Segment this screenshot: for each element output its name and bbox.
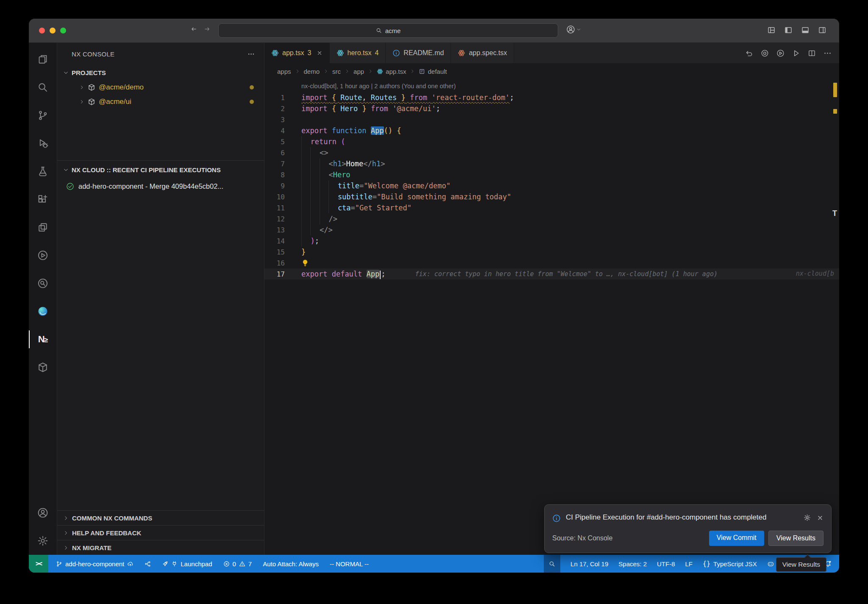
activity-run-debug[interactable] <box>29 129 57 157</box>
activity-source-control[interactable] <box>29 101 57 129</box>
code-line-2: 2 import { Hero } from '@acme/ui'; <box>264 103 839 114</box>
lightbulb-icon <box>301 259 309 267</box>
notification-message: CI Pipeline Execution for #add-hero-comp… <box>566 512 798 523</box>
split-editor-button[interactable] <box>808 49 816 57</box>
view-results-tooltip: View Results <box>776 557 826 572</box>
minimize-window-button[interactable] <box>50 28 56 34</box>
close-icon[interactable] <box>317 50 323 56</box>
close-window-button[interactable] <box>39 28 45 34</box>
tab-hero-tsx[interactable]: hero.tsx 4 <box>330 43 386 63</box>
check-circle-icon <box>66 182 74 190</box>
view-results-button[interactable]: View Results <box>768 531 823 546</box>
react-icon <box>377 68 383 75</box>
auto-attach-status[interactable]: Auto Attach: Always <box>263 560 319 568</box>
language-mode-status[interactable]: {} TypeScript JSX <box>703 560 757 568</box>
launchpad-status[interactable]: Launchpad <box>162 560 212 568</box>
search-icon <box>376 28 382 34</box>
activity-code-inspect[interactable] <box>29 269 57 297</box>
activity-explorer[interactable] <box>29 45 57 73</box>
more-actions-icon[interactable] <box>248 50 255 58</box>
code-editor[interactable]: nx-cloud[bot], 1 hour ago | 2 authors (Y… <box>264 79 839 555</box>
section-header-help-and-feedback[interactable]: HELP AND FEEDBACK <box>57 525 264 540</box>
breadcrumb-item-app[interactable]: app <box>353 68 364 75</box>
section-header-nx-migrate[interactable]: NX MIGRATE <box>57 540 264 555</box>
tab-app-spec-tsx[interactable]: app.spec.tsx <box>451 43 514 63</box>
toggle-panel-icon <box>801 26 810 34</box>
code-line-10: 10 subtitle="Build something amazing tod… <box>264 191 839 202</box>
activity-edge-tools[interactable] <box>29 297 57 325</box>
rocket-icon <box>162 561 168 567</box>
activity-nx-console[interactable]: N≥ <box>29 325 57 353</box>
tab-badge: 3 <box>308 49 312 57</box>
section-header-projects[interactable]: PROJECTS <box>57 65 264 80</box>
navigate-back-button[interactable] <box>745 49 753 57</box>
activity-run-circle[interactable] <box>29 241 57 269</box>
command-center-search[interactable]: acme <box>218 23 558 38</box>
chevron-right-icon <box>63 530 69 536</box>
run-all-button[interactable] <box>776 49 785 57</box>
breadcrumb-item-demo[interactable]: demo <box>304 68 320 75</box>
tab-app-tsx[interactable]: app.tsx 3 <box>264 43 330 63</box>
copilot-status[interactable] <box>767 560 774 568</box>
breadcrumb-item-src[interactable]: src <box>332 68 341 75</box>
inline-git-blame: fix: correct typo in hero title from "We… <box>415 270 718 278</box>
chevron-right-icon <box>295 69 300 74</box>
run-button[interactable] <box>792 49 800 57</box>
tab-README-md[interactable]: README.md <box>386 43 451 63</box>
breadcrumb-item-app-tsx[interactable]: app.tsx <box>377 68 406 75</box>
settings-icon <box>37 535 48 546</box>
history-forward-button[interactable] <box>204 26 210 32</box>
search-status[interactable] <box>544 555 560 573</box>
encoding-status[interactable]: UTF-8 <box>657 560 675 568</box>
activity-remote-explorer[interactable] <box>29 213 57 241</box>
activity-search[interactable] <box>29 73 57 101</box>
close-icon[interactable] <box>817 512 823 523</box>
activity-settings[interactable] <box>29 527 57 555</box>
toggle-panel-button[interactable] <box>801 26 810 34</box>
account-icon <box>566 25 575 34</box>
breadcrumb-item-default[interactable]: default <box>419 68 447 75</box>
project-item[interactable]: @acme/ui <box>57 95 264 109</box>
section-header-common-nx-commands[interactable]: COMMON NX COMMANDS <box>57 510 264 525</box>
activity-package-explorer[interactable] <box>29 353 57 381</box>
problems-status[interactable]: 0 7 <box>223 560 252 568</box>
profile-menu-button[interactable] <box>566 25 581 34</box>
chevron-right-icon <box>345 69 350 74</box>
toggle-primary-sidebar-button[interactable] <box>784 26 793 34</box>
eol-status[interactable]: LF <box>685 560 693 568</box>
lightbulb-icon[interactable] <box>301 259 309 267</box>
customize-layout-button[interactable] <box>767 26 776 34</box>
code-line-16: 16 <box>264 257 839 268</box>
search-icon <box>549 561 555 567</box>
run-target-button[interactable] <box>761 49 769 57</box>
package-icon <box>88 98 95 106</box>
modified-dot <box>250 85 254 89</box>
remote-indicator[interactable]: >< <box>29 555 48 573</box>
section-header-nx-cloud[interactable]: NX CLOUD :: RECENT CI PIPELINE EXECUTION… <box>57 161 264 179</box>
project-item[interactable]: @acme/demo <box>57 80 264 95</box>
code-line-7: 7 <h1>Home</h1> <box>264 158 839 169</box>
history-back-button[interactable] <box>191 26 197 32</box>
vim-mode-status: -- NORMAL -- <box>330 560 369 568</box>
git-branch-status[interactable]: add-hero-component <box>56 560 134 568</box>
indentation-status[interactable]: Spaces: 2 <box>618 560 647 568</box>
activity-account[interactable] <box>29 499 57 527</box>
info-icon <box>552 514 561 523</box>
gear-icon[interactable] <box>804 512 811 523</box>
view-commit-button[interactable]: View Commit <box>709 531 764 546</box>
history-forward-button-icon <box>204 26 210 32</box>
pipeline-status[interactable] <box>145 561 151 567</box>
toggle-secondary-sidebar-button[interactable] <box>818 26 826 34</box>
chevron-right-icon <box>368 69 373 74</box>
ci-pipeline-item[interactable]: add-hero-component - Merge 409b44e5cb02.… <box>57 179 264 194</box>
cursor-position-status[interactable]: Ln 17, Col 19 <box>570 560 608 568</box>
breadcrumb-item-apps[interactable]: apps <box>277 68 291 75</box>
activity-extensions[interactable] <box>29 185 57 213</box>
minimap-letter: T <box>832 209 837 218</box>
more-actions-button[interactable] <box>823 49 832 57</box>
activity-testing[interactable] <box>29 157 57 185</box>
zoom-window-button[interactable] <box>60 28 66 34</box>
line-number: 4 <box>264 127 285 135</box>
overview-ruler[interactable]: T <box>833 79 838 555</box>
react-icon <box>271 49 279 57</box>
